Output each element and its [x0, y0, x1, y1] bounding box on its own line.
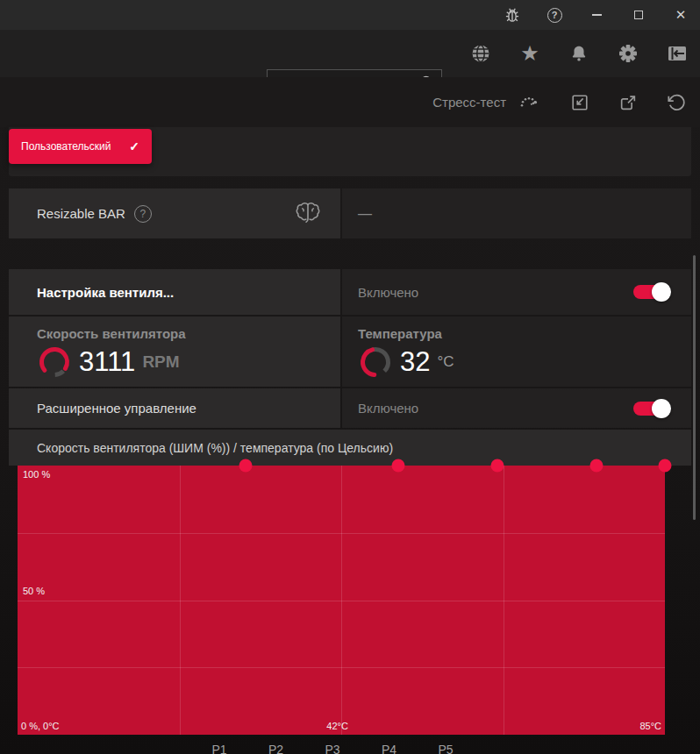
- resizable-bar-value-cell: —: [342, 188, 691, 238]
- fan-speed-unit: RPM: [142, 352, 179, 372]
- fan-curve-chart[interactable]: 100 %50 %0 %, 0°C42°C85°C: [18, 466, 665, 735]
- point-tab-p2[interactable]: P2: [248, 742, 304, 754]
- temperature-label: Температура: [358, 326, 691, 341]
- fan-curve-point[interactable]: [589, 459, 603, 473]
- settings-gear-icon[interactable]: [618, 43, 639, 64]
- help-question-icon[interactable]: ?: [134, 205, 152, 223]
- fan-curve-point[interactable]: [659, 459, 672, 473]
- chart-x-axis-label: 85°C: [639, 721, 661, 731]
- chart-gridline-horizontal: [18, 667, 665, 668]
- minimize-button[interactable]: [586, 4, 607, 25]
- stress-test-toolbar: Стресс-тест: [0, 77, 700, 127]
- chart-y-axis-label: 100 %: [23, 469, 50, 480]
- chart-title-row: Скорость вентилятора (ШИМ (%)) / темпера…: [9, 430, 691, 466]
- help-icon[interactable]: ?: [544, 4, 565, 25]
- navbar-icons: ★: [470, 30, 688, 77]
- curve-point-tabs: P1P2P3P4P5: [191, 742, 474, 754]
- fan-setting-status: Включено: [358, 285, 418, 300]
- custom-profile-button[interactable]: Пользовательский ✓: [9, 129, 152, 164]
- fan-speed-gauge-icon: [37, 345, 79, 380]
- maximize-icon: [634, 11, 643, 19]
- check-icon: ✓: [129, 139, 139, 153]
- point-tab-p4[interactable]: P4: [361, 742, 418, 754]
- resizable-bar-label: Resizable BAR: [37, 206, 125, 221]
- custom-profile-label: Пользовательский: [21, 140, 111, 153]
- point-tab-p5[interactable]: P5: [418, 742, 474, 754]
- scrollbar-thumb[interactable]: [693, 255, 696, 520]
- resizable-bar-value: —: [358, 206, 372, 222]
- temperature-value: 32: [400, 347, 430, 377]
- share-export-icon[interactable]: [618, 92, 639, 113]
- navbar: ★: [0, 30, 700, 77]
- chart-y-axis-label: 50 %: [23, 586, 45, 596]
- session-panel-icon[interactable]: [667, 43, 688, 64]
- fan-setting-cell: Настройка вентиля...: [9, 269, 340, 315]
- chart-x-axis-label: 42°C: [326, 721, 348, 731]
- fan-speed-cell: Скорость вентилятора 3111 RPM: [9, 317, 340, 387]
- temperature-gauge-icon: [358, 345, 400, 380]
- import-profile-icon[interactable]: [569, 92, 590, 113]
- chart-title: Скорость вентилятора (ШИМ (%)) / темпера…: [37, 441, 393, 455]
- advanced-control-label: Расширенное управление: [37, 401, 196, 416]
- fan-curve-point[interactable]: [239, 459, 253, 473]
- point-tab-p3[interactable]: P3: [304, 742, 361, 754]
- point-tab-p1[interactable]: P1: [191, 742, 247, 754]
- brain-ai-icon[interactable]: [295, 201, 321, 225]
- fan-speed-value: 3111: [79, 347, 135, 377]
- fan-curve-point[interactable]: [392, 459, 405, 473]
- chart-x-axis-label: 0 %, 0°C: [21, 721, 60, 731]
- window-controls: ? ✕: [502, 0, 691, 30]
- temperature-unit: °C: [437, 353, 454, 371]
- temperature-cell: Температура 32 °C: [342, 317, 691, 387]
- fan-curve-point[interactable]: [490, 459, 504, 473]
- globe-icon[interactable]: [470, 43, 491, 64]
- fan-speed-label: Скорость вентилятора: [37, 326, 340, 341]
- advanced-control-cell: Расширенное управление: [9, 388, 340, 428]
- advanced-control-toggle[interactable]: [633, 402, 668, 416]
- favorites-star-icon[interactable]: ★: [519, 43, 540, 64]
- profile-row: Пользовательский ✓: [9, 127, 691, 176]
- close-button[interactable]: ✕: [670, 4, 691, 25]
- minimize-icon: [592, 14, 602, 16]
- notifications-bell-icon[interactable]: [568, 43, 589, 64]
- bug-report-icon[interactable]: [502, 4, 523, 25]
- resizable-bar-cell: Resizable BAR ?: [9, 188, 340, 238]
- chart-gridline-horizontal: [18, 533, 665, 534]
- stress-test-label: Стресс-тест: [432, 95, 506, 110]
- fan-setting-label: Настройка вентиля...: [37, 285, 174, 300]
- advanced-control-status: Включено: [358, 401, 418, 416]
- reset-icon[interactable]: [666, 92, 687, 113]
- fan-setting-toggle[interactable]: [633, 285, 668, 299]
- maximize-button[interactable]: [628, 4, 649, 25]
- titlebar: ? ✕: [0, 0, 700, 30]
- chart-gridline-horizontal: [18, 601, 665, 601]
- gauge-icon[interactable]: [518, 92, 539, 113]
